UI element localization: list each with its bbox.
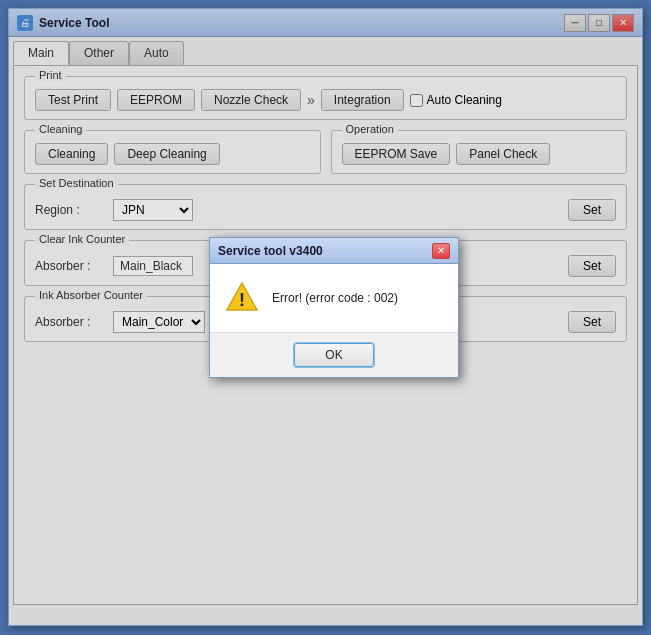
svg-text:!: ! [239,290,245,310]
error-dialog: Service tool v3400 ✕ ! Error! (error cod… [209,237,459,378]
dialog-body: ! Error! (error code : 002) [210,264,458,333]
dialog-titlebar: Service tool v3400 ✕ [210,238,458,264]
dialog-message: Error! (error code : 002) [272,291,398,305]
dialog-footer: OK [210,333,458,377]
warning-icon: ! [224,280,260,316]
dialog-ok-button[interactable]: OK [294,343,373,367]
main-window: 🖨 Service Tool ─ □ ✕ Main Other Auto Pri… [8,8,643,626]
dialog-title: Service tool v3400 [218,244,432,258]
dialog-close-button[interactable]: ✕ [432,243,450,259]
